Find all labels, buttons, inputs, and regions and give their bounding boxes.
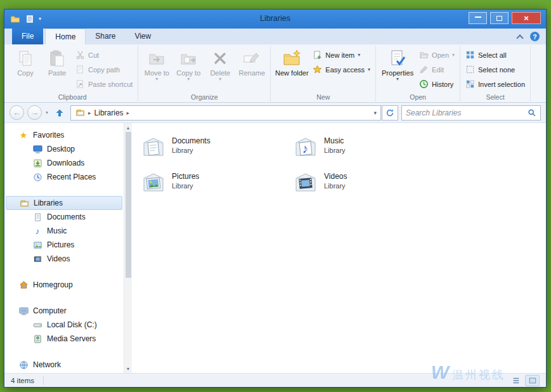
file-list[interactable]: Documents Library ♪ Music Library — [132, 123, 546, 373]
properties-button[interactable]: Properties ▾ — [379, 47, 416, 84]
group-label-open: Open — [376, 93, 460, 101]
sidebar-item-network[interactable]: Network — [4, 358, 124, 372]
delete-button[interactable]: Delete ▾ — [205, 47, 235, 84]
select-none-button[interactable]: Select none — [463, 63, 527, 75]
sidebar-item-computer[interactable]: Computer — [4, 304, 124, 318]
search-input[interactable] — [406, 108, 525, 117]
scrollbar-thumb[interactable] — [126, 132, 131, 278]
title-bar[interactable]: ▾ Libraries × — [4, 10, 546, 29]
music-label: Music — [47, 226, 67, 235]
maximize-button[interactable] — [490, 12, 509, 24]
sidebar-item-local-disk[interactable]: Local Disk (C:) — [4, 318, 124, 332]
sidebar-item-downloads[interactable]: Downloads — [4, 156, 124, 170]
details-view-icon — [512, 376, 521, 385]
sidebar-item-homegroup[interactable]: Homegroup — [4, 278, 124, 292]
desktop-icon — [32, 144, 42, 154]
forward-icon: → — [30, 108, 39, 117]
sidebar-gap — [4, 292, 124, 304]
tab-home[interactable]: Home — [45, 29, 86, 44]
new-item-button[interactable]: New item ▾ — [311, 49, 372, 61]
tab-file[interactable]: File — [12, 29, 43, 44]
paste-button[interactable]: Paste — [42, 47, 72, 79]
network-icon — [18, 360, 29, 370]
copy-path-icon — [75, 65, 85, 74]
clipboard-small-buttons: Cut Copy path Paste shortcut — [74, 47, 134, 90]
move-to-icon — [147, 49, 166, 68]
sidebar-item-desktop[interactable]: Desktop — [4, 142, 124, 156]
sidebar-item-pictures[interactable]: Pictures — [4, 238, 124, 252]
scroll-down-icon[interactable]: ▼ — [124, 364, 132, 373]
new-folder-label: New folder — [275, 69, 309, 77]
item-count: 4 items — [11, 377, 34, 384]
cut-button[interactable]: Cut — [74, 49, 134, 61]
recent-places-label: Recent Places — [47, 173, 96, 181]
open-small-buttons: Open ▾ Edit History — [417, 47, 457, 90]
copy-path-button[interactable]: Copy path — [74, 63, 134, 75]
copy-icon — [16, 49, 35, 68]
library-item-documents[interactable]: Documents Library — [141, 134, 290, 160]
address-dropdown-icon[interactable]: ▾ — [373, 110, 377, 116]
sidebar-item-libraries[interactable]: Libraries — [6, 196, 122, 210]
copy-to-icon — [179, 49, 198, 68]
paste-icon — [48, 49, 67, 68]
breadcrumb-arrow-icon-2[interactable]: ▸ — [127, 110, 130, 116]
sidebar-item-recent-places[interactable]: Recent Places — [4, 170, 124, 184]
breadcrumb-location-icon — [75, 108, 85, 118]
search-box — [401, 105, 541, 121]
paste-shortcut-icon — [75, 79, 85, 89]
tab-share[interactable]: Share — [86, 29, 125, 44]
select-all-button[interactable]: Select all — [463, 49, 527, 61]
videos-icon — [32, 254, 42, 264]
select-buttons: Select all Select none Invert selection — [463, 47, 527, 90]
sidebar-item-music[interactable]: ♪ Music — [4, 224, 124, 238]
breadcrumb-item-libraries[interactable]: Libraries — [94, 108, 124, 117]
invert-selection-label: Invert selection — [478, 81, 525, 88]
scroll-up-icon[interactable]: ▲ — [124, 123, 132, 132]
sidebar-scrollbar[interactable]: ▲ ▼ — [124, 123, 132, 373]
sidebar-item-media-servers[interactable]: Media Servers — [4, 332, 124, 346]
paste-label: Paste — [48, 69, 66, 77]
maximize-icon — [496, 16, 502, 21]
item-type: Library — [324, 181, 347, 190]
up-button[interactable] — [52, 105, 67, 120]
copy-to-button[interactable]: Copy to ▾ — [173, 47, 204, 84]
minimize-ribbon-icon[interactable] — [516, 34, 523, 41]
move-to-button[interactable]: Move to ▾ — [141, 47, 172, 84]
address-bar: ← → ▾ ▸ Libraries ▸ ▾ — [4, 103, 546, 123]
rename-button[interactable]: Rename — [237, 47, 267, 79]
breadcrumb[interactable]: ▸ Libraries ▸ ▾ — [70, 105, 381, 121]
pictures-icon — [32, 240, 42, 250]
copy-to-dropdown-icon: ▾ — [187, 77, 190, 82]
copy-button[interactable]: Copy — [10, 47, 41, 79]
ribbon-group-open: Properties ▾ Open ▾ Edit — [376, 46, 460, 101]
history-button[interactable]: History — [417, 78, 457, 90]
sidebar-item-documents[interactable]: Documents — [4, 210, 124, 224]
back-button[interactable]: ← — [10, 105, 24, 120]
recent-locations-dropdown-icon[interactable]: ▾ — [46, 110, 48, 115]
edit-button[interactable]: Edit — [417, 63, 457, 75]
close-button[interactable]: × — [512, 12, 541, 24]
paste-shortcut-button[interactable]: Paste shortcut — [74, 78, 134, 90]
forward-button[interactable]: → — [27, 105, 42, 120]
help-button[interactable]: ? — [530, 32, 540, 41]
rename-icon — [242, 49, 261, 68]
details-view-button[interactable] — [509, 375, 523, 386]
minimize-button[interactable] — [469, 12, 487, 24]
invert-selection-button[interactable]: Invert selection — [463, 78, 527, 90]
library-item-videos[interactable]: Videos Library — [293, 170, 442, 195]
ribbon-tab-strip: File Home Share View ? — [4, 29, 546, 44]
item-name: Music — [324, 134, 346, 145]
sidebar-item-videos[interactable]: Videos — [4, 252, 124, 266]
new-item-icon — [313, 50, 322, 60]
easy-access-button[interactable]: Easy access ▾ — [311, 63, 372, 75]
library-item-music[interactable]: ♪ Music Library — [293, 134, 442, 160]
new-folder-button[interactable]: New folder — [274, 47, 309, 79]
refresh-button[interactable] — [382, 105, 398, 121]
thumbnails-view-button[interactable] — [525, 375, 540, 386]
open-button[interactable]: Open ▾ — [417, 49, 457, 61]
new-small-buttons: New item ▾ Easy access ▾ — [311, 47, 372, 75]
library-item-pictures[interactable]: Pictures Library — [141, 170, 290, 195]
tab-view[interactable]: View — [125, 29, 160, 44]
history-label: History — [432, 81, 453, 88]
sidebar-item-favorites[interactable]: ★ Favorites — [4, 128, 124, 142]
